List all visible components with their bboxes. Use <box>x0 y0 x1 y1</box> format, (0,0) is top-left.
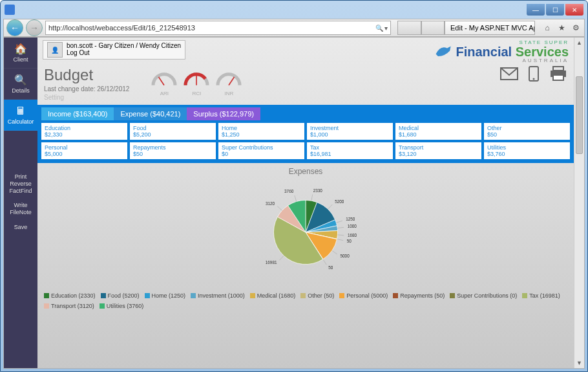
home-icon: 🏠 <box>14 43 27 55</box>
card-value: $3,120 <box>399 151 478 157</box>
scroll-down-button[interactable]: ▼ <box>574 358 584 368</box>
scroll-thumb[interactable] <box>576 76 583 154</box>
legend-swatch <box>191 293 196 298</box>
legend-swatch <box>100 303 105 309</box>
card-value: $3,760 <box>487 151 567 157</box>
legend-swatch <box>300 293 306 298</box>
pie-data-label: 5000 <box>341 254 350 258</box>
window-minimize-button[interactable]: — <box>527 4 545 16</box>
gauges: ARI RCI INR <box>150 66 243 96</box>
page-title: Budget <box>44 66 129 84</box>
nav-print-reverse-factfind[interactable]: Print Reverse FactFind <box>4 170 37 198</box>
legend-swatch <box>393 293 398 298</box>
category-card[interactable]: Medical$1,680 <box>395 123 481 140</box>
legend-swatch <box>145 293 150 298</box>
avatar: 👤 <box>47 42 63 58</box>
svg-line-17 <box>279 256 284 260</box>
browser-tab[interactable] <box>421 21 445 35</box>
svg-line-2 <box>229 77 235 85</box>
nav-details[interactable]: 🔍 Details <box>4 69 37 100</box>
nav-write-filenote[interactable]: Write FileNote <box>4 198 37 220</box>
browser-home-icon[interactable]: ⌂ <box>541 22 553 34</box>
window-close-button[interactable]: ✕ <box>565 4 583 16</box>
mobile-icon[interactable] <box>525 66 543 82</box>
legend-item: Home (1250) <box>145 291 186 300</box>
legend-item: Transport (3120) <box>44 301 94 311</box>
category-card[interactable]: Home$1,250 <box>218 123 304 140</box>
address-bar[interactable]: http://localhost/webaccess/Edit/16_21254… <box>45 21 391 35</box>
scroll-up-button[interactable]: ▲ <box>574 38 584 48</box>
legend-item: Repayments (50) <box>393 291 445 300</box>
category-card[interactable]: Transport$3,120 <box>395 142 481 159</box>
print-icon[interactable] <box>549 66 567 82</box>
card-value: $50 <box>133 151 213 157</box>
nav-label: Details <box>12 87 30 94</box>
window-favicon <box>5 5 15 15</box>
legend-swatch <box>522 293 527 298</box>
tab-income[interactable]: Income ($163,400) <box>41 107 114 120</box>
svg-line-12 <box>337 227 344 228</box>
header-actions <box>500 66 567 82</box>
card-name: Utilities <box>487 144 567 151</box>
browser-tab-active[interactable]: Edit - My ASP.NET MVC Ap... × <box>445 21 535 35</box>
category-cards: Education$2,330Food$5,200Home$1,250Inves… <box>41 123 570 159</box>
vertical-scrollbar[interactable]: ▲ ▼ <box>574 38 584 368</box>
brand-mark-icon <box>434 43 452 61</box>
svg-line-15 <box>332 250 337 254</box>
legend-swatch <box>44 293 49 298</box>
legend-item: Medical (1680) <box>250 291 296 300</box>
category-card[interactable]: Education$2,330 <box>41 123 127 140</box>
tab-surplus[interactable]: Surplus ($122,979) <box>187 107 260 120</box>
tab-expense[interactable]: Expense ($40,421) <box>114 107 187 120</box>
setting-link[interactable]: Setting <box>44 94 129 101</box>
category-card[interactable]: Other$50 <box>484 123 570 140</box>
legend-item: Education (2330) <box>44 291 96 300</box>
nav-calculator[interactable]: 🖩 Calculator <box>4 100 37 131</box>
card-name: Personal <box>45 144 124 151</box>
summary-row: Income ($163,400) Expense ($40,421) Surp… <box>37 105 574 163</box>
legend-swatch <box>450 293 455 298</box>
svg-line-11 <box>336 221 342 223</box>
card-name: Medical <box>399 125 478 131</box>
brand-main1: Financial <box>456 45 512 59</box>
gauge-inr: INR <box>215 66 243 96</box>
category-card[interactable]: Repayments$50 <box>130 142 216 159</box>
browser-back-button[interactable]: ← <box>6 19 23 36</box>
category-card[interactable]: Super Contributions$0 <box>218 142 304 159</box>
card-value: $50 <box>487 131 567 138</box>
browser-tab[interactable] <box>397 21 421 35</box>
page-viewport: 🏠 Client 🔍 Details 🖩 Calculator Print Re… <box>3 37 585 369</box>
legend-item: Tax (16981) <box>522 291 560 300</box>
window-maximize-button[interactable]: ☐ <box>546 4 564 16</box>
category-card[interactable]: Food$5,200 <box>130 123 216 140</box>
category-card[interactable]: Utilities$3,760 <box>484 142 570 159</box>
window-frame: — ☐ ✕ ← → http://localhost/webaccess/Edi… <box>0 0 588 372</box>
category-card[interactable]: Tax$16,981 <box>307 142 393 159</box>
category-card[interactable]: Personal$5,000 <box>41 142 127 159</box>
calculator-icon: 🖩 <box>16 105 26 117</box>
legend-item: Utilities (3760) <box>100 301 144 311</box>
svg-point-5 <box>533 78 535 80</box>
card-name: Repayments <box>133 144 213 151</box>
browser-forward-button[interactable]: → <box>26 19 43 36</box>
nav-save[interactable]: Save <box>4 220 37 235</box>
chart-section: Expenses 2330520012501000168050500050169… <box>37 163 574 368</box>
nav-client[interactable]: 🏠 Client <box>4 38 37 69</box>
svg-line-13 <box>337 235 344 235</box>
category-card[interactable]: Investment$1,000 <box>307 123 393 140</box>
legend-item: Super Contributions (0) <box>450 291 517 300</box>
legend-item: Food (5200) <box>101 291 140 300</box>
chart-legend: Education (2330)Food (5200)Home (1250)In… <box>44 291 567 311</box>
svg-rect-6 <box>553 67 563 71</box>
pie-data-label: 3120 <box>266 201 275 206</box>
browser-favorites-icon[interactable]: ★ <box>556 22 567 34</box>
browser-tools-icon[interactable]: ⚙ <box>570 22 582 34</box>
address-url: http://localhost/webaccess/Edit/16_21254… <box>48 24 195 32</box>
email-icon[interactable] <box>500 66 518 82</box>
chart-title: Expenses <box>44 167 567 176</box>
pie-data-label: 1250 <box>346 217 355 221</box>
card-name: Food <box>133 125 213 131</box>
logout-link[interactable]: Log Out <box>67 49 181 56</box>
legend-swatch <box>101 293 106 298</box>
address-search-icon[interactable]: 🔍 ▾ <box>375 25 388 32</box>
